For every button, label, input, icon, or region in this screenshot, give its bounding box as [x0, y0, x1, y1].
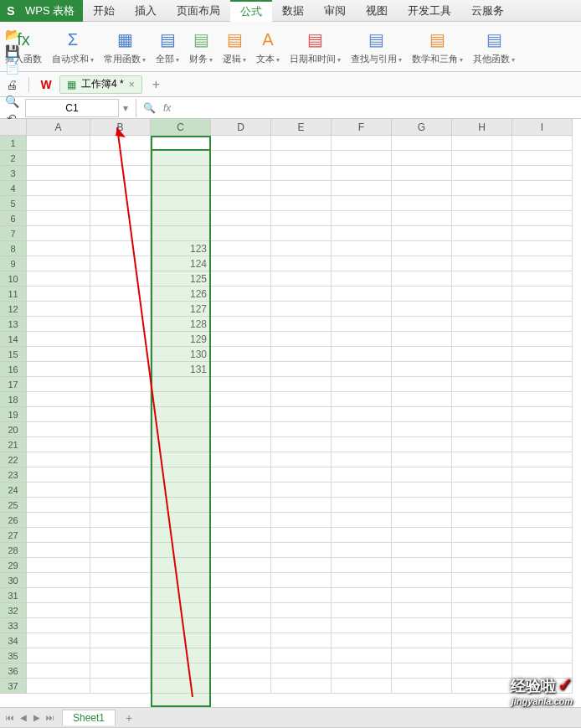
cell-H14[interactable]	[452, 332, 512, 347]
cell-D20[interactable]	[211, 422, 271, 437]
cell-G4[interactable]	[392, 181, 452, 196]
cell-B30[interactable]	[90, 573, 151, 588]
cell-F35[interactable]	[332, 648, 392, 663]
cell-A19[interactable]	[27, 407, 90, 422]
cell-A18[interactable]	[27, 392, 90, 407]
cell-C7[interactable]	[151, 226, 211, 241]
cell-G3[interactable]	[392, 166, 452, 181]
cell-I22[interactable]	[512, 452, 573, 467]
ribbon-数学和三角[interactable]: ▤数学和三角	[407, 23, 468, 70]
cell-G18[interactable]	[392, 392, 452, 407]
cell-G24[interactable]	[392, 483, 452, 498]
cell-C12[interactable]: 127	[151, 302, 211, 317]
row-header-5[interactable]: 5	[0, 196, 27, 211]
cell-C8[interactable]: 123	[151, 241, 211, 256]
cell-C33[interactable]	[151, 618, 211, 633]
cell-C23[interactable]	[151, 467, 211, 483]
cell-G37[interactable]	[392, 679, 452, 694]
select-all-corner[interactable]	[0, 119, 27, 136]
row-header-23[interactable]: 23	[0, 467, 27, 483]
cell-H17[interactable]	[452, 377, 512, 392]
cell-C29[interactable]	[151, 558, 211, 573]
cell-A14[interactable]	[27, 332, 90, 347]
cell-H11[interactable]	[452, 287, 512, 302]
cell-H21[interactable]	[452, 437, 512, 452]
cell-F22[interactable]	[332, 452, 392, 467]
cell-C3[interactable]	[151, 166, 211, 181]
cell-B6[interactable]	[90, 211, 151, 226]
cell-E13[interactable]	[271, 317, 332, 332]
row-header-13[interactable]: 13	[0, 317, 27, 332]
cell-D19[interactable]	[211, 407, 271, 422]
cell-D18[interactable]	[211, 392, 271, 407]
cell-A4[interactable]	[27, 181, 90, 196]
cell-B35[interactable]	[90, 648, 151, 663]
tab-审阅[interactable]: 审阅	[314, 0, 356, 22]
cell-D2[interactable]	[211, 151, 271, 166]
tab-页面布局[interactable]: 页面布局	[167, 0, 230, 22]
ribbon-全部[interactable]: ▤全部	[151, 23, 184, 70]
ribbon-其他函数[interactable]: ▤其他函数	[468, 23, 520, 70]
cell-G10[interactable]	[392, 271, 452, 287]
cell-H36[interactable]	[452, 663, 512, 679]
cell-C35[interactable]	[151, 648, 211, 663]
cell-H9[interactable]	[452, 256, 512, 271]
cell-H2[interactable]	[452, 151, 512, 166]
row-header-27[interactable]: 27	[0, 528, 27, 543]
fx-label[interactable]: fx	[158, 102, 176, 114]
cell-B20[interactable]	[90, 422, 151, 437]
cell-I19[interactable]	[512, 407, 573, 422]
cell-E37[interactable]	[271, 679, 332, 694]
cell-D32[interactable]	[211, 603, 271, 618]
cell-E3[interactable]	[271, 166, 332, 181]
row-header-22[interactable]: 22	[0, 452, 27, 467]
cell-I33[interactable]	[512, 618, 573, 633]
row-header-11[interactable]: 11	[0, 287, 27, 302]
cell-A16[interactable]	[27, 362, 90, 377]
cell-D5[interactable]	[211, 196, 271, 211]
cell-A9[interactable]	[27, 256, 90, 271]
cell-G22[interactable]	[392, 452, 452, 467]
row-header-12[interactable]: 12	[0, 302, 27, 317]
cell-E19[interactable]	[271, 407, 332, 422]
cell-F4[interactable]	[332, 181, 392, 196]
row-header-30[interactable]: 30	[0, 573, 27, 588]
cell-H19[interactable]	[452, 407, 512, 422]
cell-F6[interactable]	[332, 211, 392, 226]
col-header-A[interactable]: A	[27, 119, 90, 136]
cell-H16[interactable]	[452, 362, 512, 377]
cell-A34[interactable]	[27, 633, 90, 648]
cell-F11[interactable]	[332, 287, 392, 302]
cell-F21[interactable]	[332, 437, 392, 452]
cell-F8[interactable]	[332, 241, 392, 256]
cell-E32[interactable]	[271, 603, 332, 618]
cell-G30[interactable]	[392, 573, 452, 588]
cell-E2[interactable]	[271, 151, 332, 166]
cell-A8[interactable]	[27, 241, 90, 256]
cell-G27[interactable]	[392, 528, 452, 543]
cell-E33[interactable]	[271, 618, 332, 633]
cell-E29[interactable]	[271, 558, 332, 573]
cell-F26[interactable]	[332, 513, 392, 528]
ribbon-逻辑[interactable]: ▤逻辑	[218, 23, 251, 70]
cell-E36[interactable]	[271, 663, 332, 679]
row-header-6[interactable]: 6	[0, 211, 27, 226]
cell-B24[interactable]	[90, 483, 151, 498]
tab-开发工具[interactable]: 开发工具	[398, 0, 461, 22]
sheet-tab[interactable]: Sheet1	[62, 710, 116, 725]
cell-I12[interactable]	[512, 302, 573, 317]
ribbon-查找与引用[interactable]: ▤查找与引用	[346, 23, 407, 70]
cell-F1[interactable]	[332, 136, 392, 151]
cell-B26[interactable]	[90, 513, 151, 528]
cell-H26[interactable]	[452, 513, 512, 528]
cell-B19[interactable]	[90, 407, 151, 422]
cell-I5[interactable]	[512, 196, 573, 211]
cell-B10[interactable]	[90, 271, 151, 287]
cell-H12[interactable]	[452, 302, 512, 317]
cell-I2[interactable]	[512, 151, 573, 166]
cell-E23[interactable]	[271, 467, 332, 483]
col-header-E[interactable]: E	[271, 119, 332, 136]
cell-G2[interactable]	[392, 151, 452, 166]
cell-E26[interactable]	[271, 513, 332, 528]
cell-A3[interactable]	[27, 166, 90, 181]
